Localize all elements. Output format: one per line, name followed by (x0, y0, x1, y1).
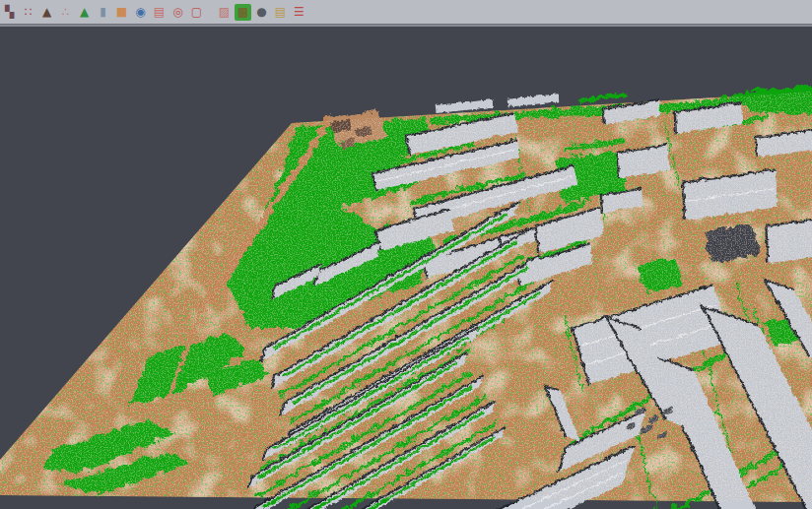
flag-icon[interactable]: ☰ (291, 4, 307, 21)
clip-icon[interactable]: ▨ (216, 4, 233, 21)
toolbar-separator (207, 4, 214, 21)
classification-icon[interactable]: ▩ (235, 4, 251, 21)
target-icon[interactable]: ◎ (169, 4, 186, 21)
points-icon[interactable]: ∴ (57, 4, 74, 21)
dataset-icon[interactable]: ▚ (1, 4, 18, 21)
viewport-canvas[interactable] (0, 27, 812, 509)
pointcloud-grain-dark (0, 81, 812, 509)
column-icon[interactable]: ▮ (95, 4, 111, 21)
terrain-icon[interactable]: ▲ (38, 4, 55, 21)
camera-icon[interactable]: ● (253, 4, 270, 21)
list-icon[interactable]: ▤ (151, 4, 168, 21)
point-cloud-scene (0, 81, 812, 509)
toolbar: ▚∷▲∴▲▮■◉▤◎▢▨▩●▤☰ (0, 0, 812, 25)
vegetation-icon[interactable]: ▲ (76, 4, 93, 21)
ground-icon[interactable]: ■ (113, 4, 130, 21)
certificate-icon[interactable]: ▤ (272, 4, 289, 21)
3d-viewport[interactable] (0, 25, 812, 509)
globe-icon[interactable]: ◉ (132, 4, 149, 21)
selection-icon[interactable]: ▢ (188, 4, 205, 21)
scatter-icon[interactable]: ∷ (20, 4, 36, 21)
